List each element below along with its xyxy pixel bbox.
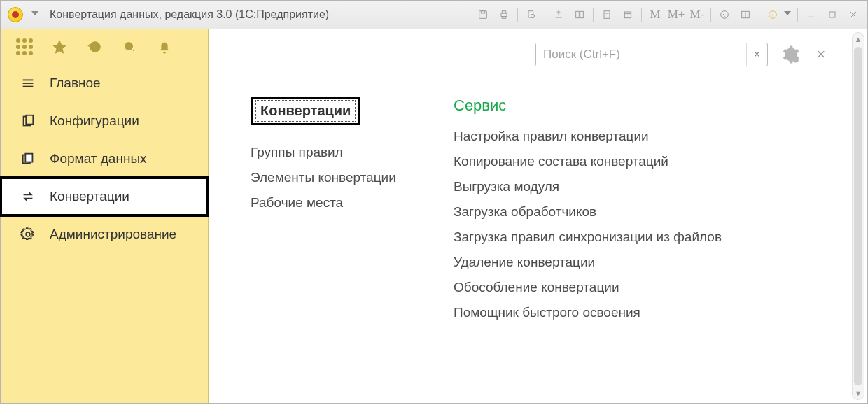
search-sidebar-icon[interactable] — [121, 38, 138, 55]
svg-rect-1 — [481, 11, 484, 13]
close-panel-button[interactable]: × — [811, 45, 831, 64]
panels-icon[interactable] — [736, 5, 755, 24]
link-configure-conversion-rules[interactable]: Настройка правил конвертации — [454, 129, 859, 144]
sidebar-item-conversions[interactable]: Конвертации — [1, 178, 208, 215]
settings-gear-icon[interactable] — [778, 43, 802, 66]
svg-rect-30 — [26, 115, 33, 125]
app-menu-dropdown-icon[interactable] — [31, 11, 38, 18]
svg-rect-0 — [479, 11, 487, 19]
svg-rect-20 — [830, 12, 835, 17]
swap-icon — [19, 187, 37, 206]
svg-rect-8 — [580, 11, 584, 17]
compare-icon[interactable] — [570, 5, 589, 24]
toolbar-separator — [641, 8, 642, 22]
link-workplaces[interactable]: Рабочие места — [251, 195, 426, 211]
sidebar-item-label: Конвертации — [50, 189, 130, 204]
sidebar-item-administration[interactable]: Администрирование — [1, 215, 208, 253]
window-title: Конвертация данных, редакция 3.0 (1С:Пре… — [50, 8, 329, 21]
sidebar-item-label: Главное — [50, 76, 101, 91]
content-area: × × Конвертации Группы правил Элементы к… — [209, 29, 867, 403]
calendar-icon[interactable] — [618, 5, 638, 24]
maximize-button[interactable] — [822, 5, 842, 24]
link-load-handlers[interactable]: Загрузка обработчиков — [454, 204, 859, 220]
link-delete-conversion[interactable]: Удаление конвертации — [454, 255, 859, 270]
memory-mplus-button[interactable]: M+ — [666, 5, 686, 24]
section-heading-conversions[interactable]: Конвертации — [251, 97, 360, 125]
stack-icon — [19, 112, 37, 130]
link-groups-rules[interactable]: Группы правил — [251, 145, 426, 160]
titlebar-toolbar: M M+ M- — [473, 5, 867, 24]
favorite-star-icon[interactable] — [51, 38, 68, 55]
scroll-thumb[interactable] — [854, 47, 862, 385]
link-conversion-elements[interactable]: Элементы конвертации — [251, 170, 426, 185]
svg-line-25 — [132, 49, 134, 52]
link-quick-start-assistant[interactable]: Помощник быстрого освоения — [454, 305, 859, 320]
app-logo-icon — [8, 7, 23, 22]
sidebar-item-main[interactable]: Главное — [1, 64, 208, 102]
stack-alt-icon — [19, 150, 37, 168]
menu-lines-icon — [19, 74, 37, 92]
calculator-icon[interactable] — [597, 5, 617, 24]
search-box: × — [536, 43, 768, 66]
minimize-button[interactable] — [802, 5, 821, 24]
toolbar-separator — [797, 8, 798, 22]
svg-rect-32 — [25, 154, 32, 162]
titlebar: Конвертация данных, редакция 3.0 (1С:Пре… — [0, 0, 868, 29]
apps-grid-icon[interactable] — [16, 38, 33, 55]
svg-rect-2 — [501, 13, 507, 17]
sidebar-item-configurations[interactable]: Конфигурации — [1, 102, 208, 140]
toolbar-separator — [710, 8, 711, 22]
toolbar-separator — [759, 8, 760, 22]
search-input[interactable] — [536, 43, 746, 66]
svg-point-13 — [721, 11, 729, 19]
preview-icon[interactable] — [522, 5, 541, 24]
svg-rect-9 — [604, 11, 610, 19]
sidebar-top-toolbar — [1, 29, 208, 64]
svg-point-33 — [793, 57, 799, 63]
sidebar-item-label: Администрирование — [50, 227, 176, 242]
toolbar-separator — [517, 8, 518, 22]
sidebar-item-label: Формат данных — [50, 151, 147, 166]
sidebar: Главное Конфигурации Формат данных Конве… — [1, 29, 209, 403]
toolbar-separator — [593, 8, 594, 22]
help-icon[interactable] — [763, 5, 783, 24]
link-copy-conversion-content[interactable]: Копирование состава конвертаций — [454, 154, 859, 169]
gear-icon — [19, 225, 37, 243]
section-heading-service: Сервис — [454, 97, 859, 115]
sidebar-item-label: Конфигурации — [50, 113, 139, 129]
search-clear-button[interactable]: × — [746, 43, 767, 66]
memory-m-button[interactable]: M — [645, 5, 665, 24]
svg-rect-4 — [502, 17, 505, 19]
link-load-sync-rules[interactable]: Загрузка правил синхронизации из файлов — [454, 229, 859, 245]
upload-icon[interactable] — [549, 5, 568, 24]
back-icon[interactable] — [715, 5, 734, 24]
svg-rect-11 — [624, 12, 631, 18]
svg-rect-3 — [502, 11, 505, 13]
sidebar-item-data-format[interactable]: Формат данных — [1, 140, 208, 178]
link-isolate-conversion[interactable]: Обособление конвертации — [454, 280, 859, 295]
save-icon[interactable] — [473, 5, 493, 24]
help-dropdown-icon[interactable] — [784, 11, 791, 18]
svg-point-24 — [125, 43, 133, 50]
history-icon[interactable] — [86, 38, 103, 55]
svg-rect-7 — [576, 11, 580, 17]
bell-icon[interactable] — [156, 38, 173, 55]
toolbar-separator — [545, 8, 545, 22]
link-module-export[interactable]: Выгрузка модуля — [454, 179, 859, 194]
scroll-down-icon[interactable]: ▼ — [855, 387, 862, 399]
print-icon[interactable] — [494, 5, 514, 24]
memory-mminus-button[interactable]: M- — [687, 5, 707, 24]
vertical-scrollbar[interactable]: ▲ ▼ — [852, 32, 864, 400]
scroll-up-icon[interactable]: ▲ — [855, 33, 862, 45]
close-button[interactable] — [844, 5, 863, 24]
